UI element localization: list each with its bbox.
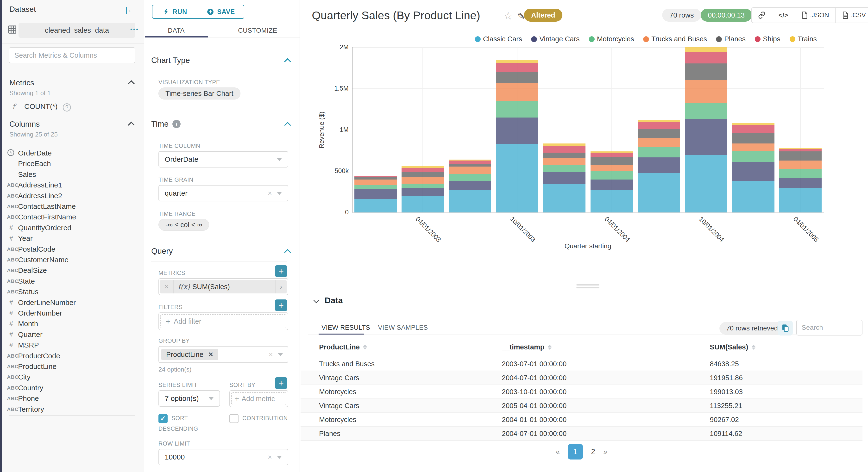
chart-type-collapse-icon[interactable] (284, 58, 291, 65)
pagination-prev[interactable]: « (556, 447, 560, 456)
bar-segment-classic-cars[interactable] (543, 184, 586, 213)
column-item-status[interactable]: ABCStatus (2, 286, 144, 297)
bar-segment-ships[interactable] (449, 161, 491, 164)
bar-segment-trucks-and-buses[interactable] (779, 161, 822, 169)
bar-segment-trucks-and-buses[interactable] (449, 166, 491, 174)
pagination-page-2[interactable]: 2 (591, 447, 595, 456)
clear-icon[interactable]: × (269, 351, 273, 358)
copy-data-button[interactable] (778, 321, 793, 336)
bar-segment-ships[interactable] (779, 149, 822, 151)
group-by-select[interactable]: ProductLine✕ × (158, 346, 288, 363)
bar-segment-classic-cars[interactable] (685, 155, 727, 213)
column-item-productline[interactable]: ABCProductLine (2, 361, 144, 372)
bar-segment-trains[interactable] (402, 166, 444, 168)
bar-segment-planes[interactable] (638, 129, 680, 138)
bar-segment-planes[interactable] (449, 164, 491, 166)
bar-segment-motorcycles[interactable] (732, 151, 774, 162)
bar-segment-trains[interactable] (732, 123, 774, 125)
bar-segment-vintage-cars[interactable] (543, 172, 586, 185)
bar-segment-planes[interactable] (685, 63, 727, 80)
column-item-sales[interactable]: Sales (2, 169, 144, 180)
dataset-more-menu-icon[interactable]: ••• (130, 26, 139, 33)
column-item-territory[interactable]: ABCTerritory (2, 404, 144, 415)
bar-segment-vintage-cars[interactable] (732, 162, 774, 181)
bar-segment-classic-cars[interactable] (496, 144, 538, 213)
checkbox-checked-icon[interactable]: ✓ (158, 414, 167, 423)
pagination-next[interactable]: » (603, 447, 607, 456)
bar-segment-ships[interactable] (591, 153, 633, 157)
bar-segment-trucks-and-buses[interactable] (591, 165, 633, 170)
bar-segment-motorcycles[interactable] (354, 185, 397, 189)
bar-segment-trains[interactable] (543, 144, 586, 146)
bar-segment-planes[interactable] (543, 153, 586, 158)
bar-segment-ships[interactable] (685, 52, 727, 63)
bar-segment-trains[interactable] (449, 160, 491, 160)
bar-segment-classic-cars[interactable] (591, 190, 633, 213)
visualization-type-value[interactable]: Time-series Bar Chart (158, 88, 241, 99)
column-item-orderdate[interactable]: OrderDate (2, 148, 144, 158)
checkbox-unchecked-icon[interactable] (229, 414, 239, 423)
run-button[interactable]: RUN (152, 5, 198, 18)
chevron-right-icon[interactable]: › (275, 280, 287, 293)
bar-segment-vintage-cars[interactable] (496, 118, 538, 144)
sort-descending-checkbox-field[interactable]: ✓SORT DESCENDING (158, 413, 214, 434)
bar-segment-trains[interactable] (779, 148, 822, 149)
search-metrics-columns-input[interactable] (9, 48, 135, 63)
column-item-customername[interactable]: ABCCustomerName (2, 254, 144, 265)
bar-segment-motorcycles[interactable] (779, 169, 822, 178)
column-item-year[interactable]: #Year (2, 233, 144, 244)
bar-segment-ships[interactable] (732, 125, 774, 133)
bar-segment-ships[interactable] (402, 168, 444, 172)
metric-chip[interactable]: × f(x)SUM(Sales) › (160, 280, 287, 293)
group-by-chip[interactable]: ProductLine✕ (161, 349, 218, 360)
bar-segment-vintage-cars[interactable] (449, 181, 491, 190)
bar-segment-trains[interactable] (354, 176, 397, 176)
bar-segment-vintage-cars[interactable] (591, 180, 633, 190)
column-item-addressline1[interactable]: ABCAddressLine1 (2, 180, 144, 190)
bar-segment-trucks-and-buses[interactable] (638, 138, 680, 147)
collapse-sidebar-icon[interactable]: |← (125, 5, 135, 14)
add-metric-button[interactable]: + (275, 265, 287, 277)
dataset-name[interactable]: cleaned_sales_data (19, 23, 135, 38)
bar-segment-classic-cars[interactable] (402, 196, 444, 213)
column-header-productline[interactable]: ProductLine (319, 343, 367, 351)
column-item-contactlastname[interactable]: ABCContactLastName (2, 201, 144, 212)
time-column-select[interactable]: OrderDate (158, 151, 288, 167)
query-collapse-icon[interactable] (284, 249, 291, 256)
bar-segment-classic-cars[interactable] (449, 190, 491, 213)
tab-view-samples[interactable]: VIEW SAMPLES (378, 324, 428, 332)
bar-segment-vintage-cars[interactable] (685, 119, 727, 155)
column-item-dealsize[interactable]: ABCDealSize (2, 265, 144, 276)
add-sort-metric-button[interactable]: + (275, 377, 287, 389)
column-item-contactfirstname[interactable]: ABCContactFirstName (2, 212, 144, 222)
bar-segment-trucks-and-buses[interactable] (685, 80, 727, 103)
row-limit-select[interactable]: 10000 × (158, 449, 288, 465)
remove-metric-icon[interactable]: × (160, 280, 174, 293)
bar-segment-ships[interactable] (543, 146, 586, 153)
columns-collapse-icon[interactable] (128, 122, 135, 128)
column-item-quarter[interactable]: #Quarter (2, 329, 144, 340)
bar-segment-motorcycles[interactable] (449, 174, 491, 181)
bar-segment-ships[interactable] (354, 176, 397, 177)
bar-segment-ships[interactable] (496, 63, 538, 72)
add-sort-metric-dropzone[interactable]: +Add metric (231, 392, 286, 405)
add-filter-button[interactable]: + (275, 300, 287, 311)
clear-icon[interactable]: × (268, 190, 272, 197)
bar-segment-classic-cars[interactable] (638, 173, 680, 213)
bar-segment-motorcycles[interactable] (543, 165, 586, 172)
bar-segment-trucks-and-buses[interactable] (732, 144, 774, 151)
bar-segment-planes[interactable] (591, 157, 633, 165)
bar-segment-trucks-and-buses[interactable] (354, 180, 397, 185)
bar-segment-vintage-cars[interactable] (354, 189, 397, 199)
column-item-orderlinenumber[interactable]: #OrderLineNumber (2, 297, 144, 308)
tab-view-results[interactable]: VIEW RESULTS (321, 324, 370, 332)
save-button[interactable]: SAVE (198, 5, 244, 18)
clear-icon[interactable]: × (268, 453, 272, 461)
bar-segment-trains[interactable] (638, 120, 680, 122)
column-item-postalcode[interactable]: ABCPostalCode (2, 244, 144, 254)
bar-segment-vintage-cars[interactable] (638, 157, 680, 173)
column-header-timestamp[interactable]: __timestamp (502, 343, 552, 351)
column-item-ordernumber[interactable]: #OrderNumber (2, 308, 144, 318)
contribution-checkbox-field[interactable]: CONTRIBUTION (229, 413, 292, 423)
time-range-value[interactable]: -∞ ≤ col < ∞ (158, 219, 209, 231)
